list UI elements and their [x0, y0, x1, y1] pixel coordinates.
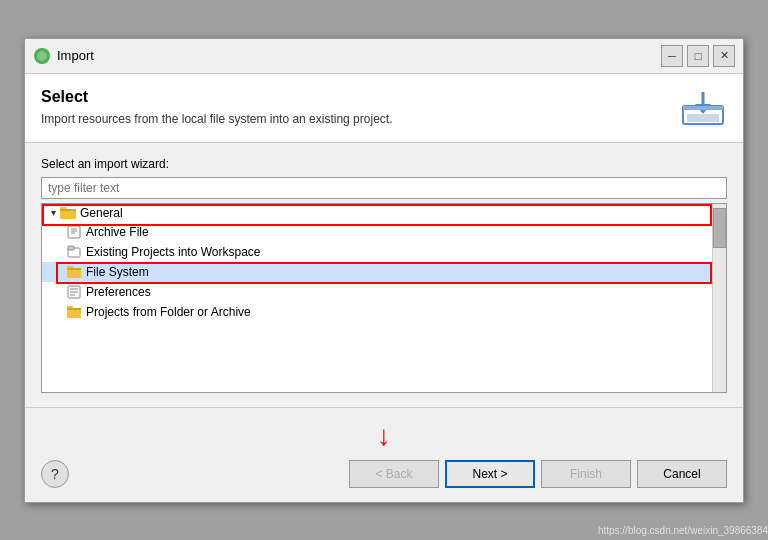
- svg-point-1: [37, 51, 47, 61]
- next-button[interactable]: Next >: [445, 460, 535, 488]
- preferences-label: Preferences: [86, 285, 151, 299]
- svg-rect-3: [687, 114, 719, 122]
- svg-rect-15: [68, 246, 74, 250]
- general-group-wrapper: ▾ General: [42, 204, 726, 222]
- preferences-icon: [66, 284, 82, 300]
- file-system-icon: [66, 264, 82, 280]
- maximize-button[interactable]: □: [687, 45, 709, 67]
- header-description: Import resources from the local file sys…: [41, 112, 392, 126]
- svg-rect-6: [683, 106, 723, 110]
- finish-button[interactable]: Finish: [541, 460, 631, 488]
- tree-item-projects-folder[interactable]: Projects from Folder or Archive: [42, 302, 726, 322]
- close-button[interactable]: ✕: [713, 45, 735, 67]
- header-section: Select Import resources from the local f…: [25, 74, 743, 143]
- import-icon: [679, 88, 727, 128]
- tree-item-file-system[interactable]: File System: [42, 262, 726, 282]
- next-arrow-icon: ↓: [377, 422, 391, 450]
- existing-projects-icon: [66, 244, 82, 260]
- file-system-wrapper: File System: [42, 262, 726, 282]
- projects-folder-icon: [66, 304, 82, 320]
- general-group-label: General: [80, 206, 123, 220]
- arrow-container: ↓: [377, 422, 391, 450]
- chevron-down-icon: ▾: [46, 207, 60, 218]
- tree-item-archive[interactable]: Archive File: [42, 222, 726, 242]
- cancel-button[interactable]: Cancel: [637, 460, 727, 488]
- import-tree: ▾ General: [41, 203, 727, 393]
- projects-folder-label: Projects from Folder or Archive: [86, 305, 251, 319]
- wizard-section-label: Select an import wizard:: [41, 157, 727, 171]
- scrollbar-thumb[interactable]: [713, 208, 726, 248]
- svg-rect-10: [68, 226, 80, 238]
- filter-input[interactable]: [41, 177, 727, 199]
- tree-scrollbar[interactable]: [712, 204, 726, 392]
- title-bar: Import ─ □ ✕: [25, 39, 743, 74]
- general-group[interactable]: ▾ General: [42, 204, 726, 222]
- svg-rect-18: [67, 268, 81, 270]
- archive-file-label: Archive File: [86, 225, 149, 239]
- dialog-title: Import: [57, 48, 655, 63]
- header-title: Select: [41, 88, 392, 106]
- svg-rect-9: [60, 209, 76, 211]
- title-controls: ─ □ ✕: [661, 45, 735, 67]
- minimize-button[interactable]: ─: [661, 45, 683, 67]
- file-system-label: File System: [86, 265, 149, 279]
- svg-rect-25: [67, 308, 81, 310]
- back-button[interactable]: < Back: [349, 460, 439, 488]
- existing-projects-label: Existing Projects into Workspace: [86, 245, 261, 259]
- tree-item-preferences[interactable]: Preferences: [42, 282, 726, 302]
- footer-section: ↓ ? < Back Next > Finish Cancel: [25, 407, 743, 502]
- content-area: Select an import wizard: ▾: [25, 143, 743, 407]
- watermark: https://blog.csdn.net/weixin_39866384: [598, 525, 768, 536]
- button-row: ? < Back Next > Finish Cancel: [41, 460, 727, 488]
- tree-item-existing-projects[interactable]: Existing Projects into Workspace: [42, 242, 726, 262]
- help-button[interactable]: ?: [41, 460, 69, 488]
- general-folder-icon: [60, 206, 76, 219]
- header-left: Select Import resources from the local f…: [41, 88, 392, 126]
- archive-file-icon: [66, 224, 82, 240]
- import-dialog: Import ─ □ ✕ Select Import resources fro…: [24, 38, 744, 503]
- app-icon: [33, 47, 51, 65]
